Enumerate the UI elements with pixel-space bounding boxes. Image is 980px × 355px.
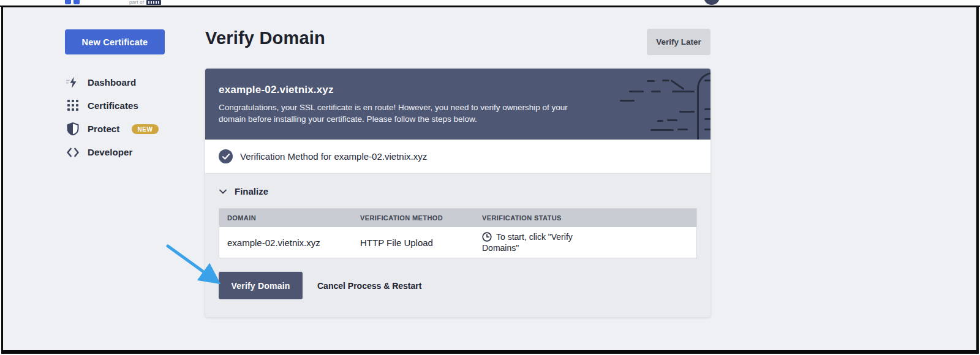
- brand-logo-icon: [65, 0, 71, 4]
- verify-domain-card: example-02.vietnix.xyz Congratulations, …: [205, 69, 710, 317]
- sidebar-item-protect[interactable]: Protect NEW: [65, 121, 200, 137]
- brand-logo-icon: [74, 0, 80, 4]
- verify-later-button[interactable]: Verify Later: [647, 29, 710, 55]
- column-header-status: VERIFICATION STATUS: [482, 214, 696, 222]
- domain-cell: example-02.vietnix.xyz: [219, 237, 360, 248]
- lightning-icon: [65, 77, 81, 89]
- verification-method-row[interactable]: Verification Method for example-02.vietn…: [205, 140, 710, 174]
- sidebar-item-label: Protect: [88, 124, 119, 134]
- column-header-method: VERIFICATION METHOD: [360, 214, 482, 222]
- shield-icon: [65, 122, 81, 136]
- avatar[interactable]: [704, 0, 720, 5]
- sidebar-item-label: Certificates: [88, 100, 138, 111]
- screenshot-stage: part of New Certificate Dashboard: [0, 0, 980, 355]
- sidebar-item-label: Developer: [88, 147, 132, 157]
- part-of-label: part of: [129, 0, 144, 5]
- finalize-toggle[interactable]: Finalize: [219, 174, 697, 196]
- chevron-down-icon: [219, 189, 227, 194]
- app-header-sliver: part of: [0, 0, 980, 6]
- finalize-section: Finalize DOMAIN VERIFICATION METHOD VERI…: [205, 174, 710, 317]
- sidebar-item-certificates[interactable]: Certificates: [65, 97, 200, 114]
- status-text: To start, click "Verify Domains": [482, 232, 573, 253]
- grid-icon: [65, 100, 81, 111]
- decorative-illustration: [579, 69, 710, 140]
- check-circle-icon: [219, 149, 233, 163]
- annotation-arrow-icon: [158, 240, 232, 295]
- column-header-domain: DOMAIN: [219, 214, 360, 222]
- clock-icon: [482, 232, 492, 242]
- finalize-actions: Verify Domain Cancel Process & Restart: [219, 272, 697, 299]
- sidebar: Dashboard Certificates: [65, 74, 200, 167]
- banner-message: Congratulations, your SSL certificate is…: [219, 102, 574, 125]
- partner-logo-icon: [146, 0, 161, 5]
- cancel-process-link[interactable]: Cancel Process & Restart: [317, 281, 421, 291]
- card-banner: example-02.vietnix.xyz Congratulations, …: [205, 69, 710, 140]
- sidebar-item-dashboard[interactable]: Dashboard: [65, 74, 200, 91]
- new-badge: NEW: [132, 124, 158, 134]
- code-icon: [65, 148, 81, 157]
- table-header-row: DOMAIN VERIFICATION METHOD VERIFICATION …: [219, 209, 696, 227]
- sidebar-item-label: Dashboard: [88, 77, 136, 88]
- method-cell: HTTP File Upload: [360, 237, 482, 248]
- sidebar-item-developer[interactable]: Developer: [65, 144, 200, 160]
- verification-table: DOMAIN VERIFICATION METHOD VERIFICATION …: [219, 208, 697, 258]
- status-cell: To start, click "Verify Domains": [482, 231, 696, 253]
- table-row: example-02.vietnix.xyz HTTP File Upload …: [219, 227, 696, 258]
- page-title: Verify Domain: [205, 28, 325, 48]
- finalize-title: Finalize: [235, 186, 268, 196]
- method-row-label: Verification Method for example-02.vietn…: [240, 151, 427, 162]
- new-certificate-button[interactable]: New Certificate: [65, 29, 165, 54]
